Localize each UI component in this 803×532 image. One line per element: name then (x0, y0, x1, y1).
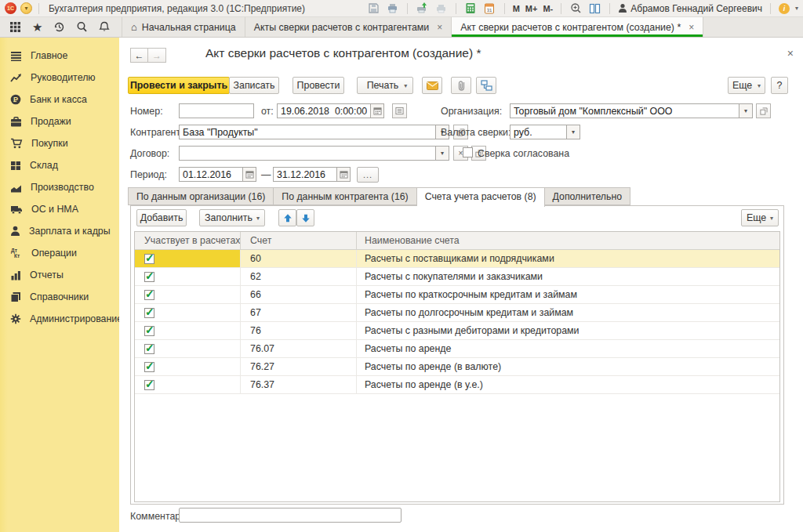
main-menu-dropdown-icon[interactable]: ▾ (20, 2, 32, 14)
fill-button[interactable]: Заполнить ▾ (199, 209, 265, 226)
cell-account[interactable]: 66 (241, 286, 357, 303)
cell-account[interactable]: 76 (241, 322, 357, 339)
cell-participates[interactable]: ✓ (135, 376, 241, 393)
contract-input[interactable] (179, 146, 435, 161)
currency-input[interactable] (510, 125, 566, 139)
nav-forward-button[interactable]: → (148, 48, 166, 63)
calendar-icon[interactable]: 31 (483, 2, 496, 15)
sidebar-item-3[interactable]: Продажи (0, 110, 119, 132)
organization-input[interactable] (510, 103, 739, 118)
table-row-0[interactable]: ✓60Расчеты с поставщиками и подрядчиками (135, 250, 779, 268)
participates-checkbox[interactable]: ✓ (144, 344, 154, 354)
table-row-7[interactable]: ✓76.37Расчеты по аренде (в у.е.) (135, 376, 779, 394)
participates-checkbox[interactable]: ✓ (144, 380, 154, 390)
sidebar-item-4[interactable]: Покупки (0, 132, 119, 154)
table-row-3[interactable]: ✓67Расчеты по долгосрочным кредитам и за… (135, 304, 779, 322)
cell-account[interactable]: 76.07 (241, 340, 357, 357)
print-icon[interactable] (386, 2, 399, 15)
cell-participates[interactable]: ✓ (135, 358, 241, 375)
cell-participates[interactable]: ✓ (135, 286, 241, 303)
comment-input[interactable] (179, 508, 402, 523)
sidebar-item-0[interactable]: Главное (0, 45, 119, 67)
cell-participates[interactable]: ✓ (135, 322, 241, 339)
cell-participates[interactable]: ✓ (135, 340, 241, 357)
sidebar-item-6[interactable]: Производство (0, 176, 119, 198)
zoom-in-icon[interactable] (569, 2, 583, 15)
cell-account[interactable]: 60 (241, 250, 357, 267)
cell-participates[interactable]: ✓ (135, 268, 241, 285)
participates-checkbox[interactable]: ✓ (144, 308, 154, 318)
participates-checkbox[interactable]: ✓ (144, 362, 154, 372)
cell-account[interactable]: 76.27 (241, 358, 357, 375)
date-input[interactable] (277, 103, 370, 118)
period-to-input[interactable] (273, 167, 336, 182)
sidebar-item-8[interactable]: Зарплата и кадры (0, 220, 119, 242)
chevron-down-icon[interactable]: ▾ (566, 125, 580, 139)
period-from-input[interactable] (179, 167, 242, 182)
print-save-icon[interactable] (416, 2, 429, 15)
doc-tab-0[interactable]: По данным организации (16) (128, 187, 274, 205)
memory-m-button[interactable]: M (513, 4, 520, 13)
cell-account-name[interactable]: Расчеты по аренде (357, 340, 779, 357)
write-button[interactable]: Записать (229, 77, 279, 94)
document-structure-button[interactable] (476, 77, 496, 94)
participates-checkbox[interactable]: ✓ (144, 290, 154, 300)
add-row-button[interactable]: Добавить (136, 209, 187, 226)
period-choose-button[interactable]: ... (357, 167, 379, 183)
apps-grid-icon[interactable] (9, 21, 21, 33)
open-list-button[interactable] (392, 103, 407, 118)
nav-back-button[interactable]: ← (130, 48, 148, 63)
calendar-picker-icon[interactable] (336, 167, 351, 182)
table-row-5[interactable]: ✓76.07Расчеты по аренде (135, 340, 779, 358)
sidebar-item-12[interactable]: Администрирование (0, 308, 119, 330)
chevron-down-icon[interactable]: ▾ (739, 103, 753, 118)
calendar-picker-icon[interactable] (242, 167, 256, 182)
sidebar-item-9[interactable]: ДтКтОперации (0, 242, 119, 264)
current-user[interactable]: Абрамов Геннадий Сергеевич (618, 3, 762, 14)
column-header-0[interactable]: Участвует в расчетах (135, 232, 241, 249)
calculator-icon[interactable] (464, 2, 478, 15)
tab-close-icon[interactable]: × (437, 22, 442, 33)
sidebar-item-10[interactable]: Отчеты (0, 264, 119, 286)
memory-m-minus-button[interactable]: M- (543, 4, 553, 13)
save-icon[interactable] (367, 2, 380, 15)
counterparty-input[interactable] (179, 125, 435, 139)
info-icon[interactable]: i (779, 3, 790, 14)
help-button[interactable]: ? (771, 77, 788, 94)
participates-checkbox[interactable]: ✓ (144, 272, 154, 282)
organization-open-button[interactable] (756, 103, 771, 118)
cell-account-name[interactable]: Расчеты с разными дебиторами и кредитора… (357, 322, 779, 339)
more-button[interactable]: Еще ▾ (728, 77, 765, 94)
approved-checkbox[interactable] (463, 147, 473, 157)
calendar-picker-icon[interactable] (370, 103, 384, 118)
search-icon[interactable] (76, 21, 88, 33)
cell-account-name[interactable]: Расчеты с поставщиками и подрядчиками (357, 250, 779, 267)
chevron-down-icon[interactable]: ▾ (435, 146, 449, 161)
participates-checkbox[interactable]: ✓ (144, 254, 154, 264)
cell-account-name[interactable]: Расчеты по аренде (в валюте) (357, 358, 779, 375)
window-tab-1[interactable]: Акты сверки расчетов с контрагентами× (245, 17, 452, 37)
number-input[interactable] (179, 103, 254, 118)
document-close-icon[interactable]: × (787, 47, 794, 60)
column-header-2[interactable]: Наименование счета (357, 232, 779, 249)
table-row-2[interactable]: ✓66Расчеты по краткосрочным кредитам и з… (135, 286, 779, 304)
cell-account-name[interactable]: Расчеты с покупателями и заказчиками (357, 268, 779, 285)
table-row-1[interactable]: ✓62Расчеты с покупателями и заказчиками (135, 268, 779, 286)
cell-account[interactable]: 67 (241, 304, 357, 321)
cell-account[interactable]: 62 (241, 268, 357, 285)
chevron-down-icon[interactable]: ▾ (795, 5, 798, 12)
table-more-button[interactable]: Еще ▾ (741, 209, 779, 226)
post-button[interactable]: Провести (292, 77, 344, 94)
cell-participates[interactable]: ✓ (135, 250, 241, 267)
sidebar-item-5[interactable]: Склад (0, 154, 119, 176)
print-button[interactable]: Печать ▾ (357, 77, 413, 94)
doc-tab-1[interactable]: По данным контрагента (16) (274, 187, 416, 205)
doc-tab-2[interactable]: Счета учета расчетов (8) (417, 187, 545, 207)
cell-account-name[interactable]: Расчеты по краткосрочным кредитам и займ… (357, 286, 779, 303)
move-row-up-button[interactable] (278, 209, 296, 226)
memory-m-plus-button[interactable]: M+ (525, 4, 538, 13)
window-tab-2[interactable]: Акт сверки расчетов с контрагентом (созд… (452, 17, 703, 37)
table-row-6[interactable]: ✓76.27Расчеты по аренде (в валюте) (135, 358, 779, 376)
cell-account[interactable]: 76.37 (241, 376, 357, 393)
post-and-close-button[interactable]: Провести и закрыть (128, 77, 230, 94)
